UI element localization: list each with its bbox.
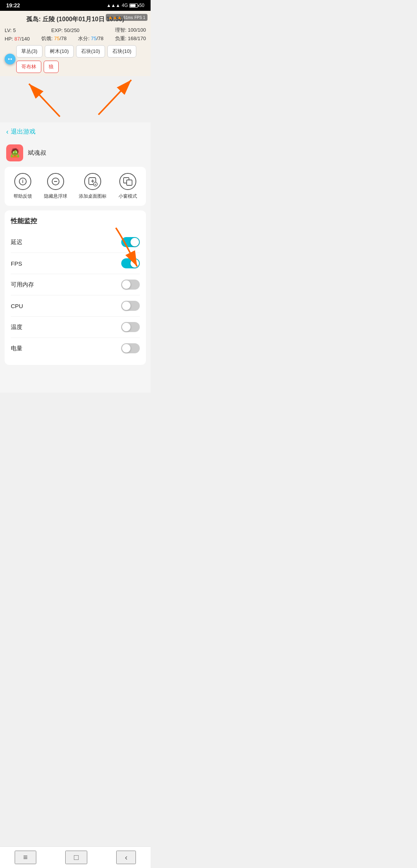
ping-fps-display: ▲▲▲ 61ms FPS 1: [106, 14, 147, 21]
window-mode-icon: [119, 173, 136, 190]
weight-display: 负重: 168/170: [115, 35, 146, 42]
battery-level: 50: [129, 3, 144, 8]
stats-row-1: LV: 5 EXP: 50/250 理智: 100/100: [5, 27, 146, 34]
status-icons: ▲▲▲ 4G 50: [107, 3, 144, 8]
perf-item-battery: 电量: [11, 338, 140, 359]
enemy-goblin[interactable]: 哥布林: [16, 61, 41, 73]
action-help[interactable]: i 帮助反馈: [14, 173, 32, 200]
add-home-icon: +: [84, 173, 101, 190]
memory-label: 可用内存: [11, 281, 34, 288]
floating-ball-dots: [8, 58, 12, 60]
game-items: 草丛(3) 树木(10) 石块(10) 石块(10): [16, 45, 146, 58]
hunger-display: 饥饿: 75/78: [41, 35, 67, 42]
action-window-label: 小窗模式: [119, 193, 137, 200]
svg-text:+: +: [95, 183, 97, 186]
fps-value: FPS 1: [134, 15, 145, 20]
signal-icon: ▲▲▲: [107, 3, 120, 8]
annotation-arrows: [0, 76, 151, 122]
quick-actions-list: i 帮助反馈 隐藏悬浮球: [8, 173, 143, 200]
battery-label: 电量: [11, 345, 22, 352]
water-current: 75: [91, 36, 97, 41]
action-hide-ball[interactable]: 隐藏悬浮球: [44, 173, 67, 200]
ping-value: 61ms: [124, 15, 133, 20]
help-icon: i: [14, 173, 31, 190]
latency-toggle[interactable]: [121, 237, 140, 247]
svg-rect-14: [127, 180, 132, 185]
perf-item-cpu: CPU: [11, 295, 140, 317]
status-bar: 19:22 ▲▲▲ 4G 50: [0, 0, 151, 11]
perf-title: 性能监控: [11, 217, 140, 225]
stats-row-2: HP: 87/140 饥饿: 75/78 水分: 75/78 负重: 168/1…: [5, 35, 146, 42]
app-icon: 🧟: [6, 144, 23, 161]
back-text: 退出游戏: [11, 128, 36, 136]
hide-ball-icon: [47, 173, 64, 190]
level-label: LV: 5: [5, 27, 16, 33]
floating-ball[interactable]: [5, 54, 15, 64]
action-add-home[interactable]: + 添加桌面图标: [79, 173, 107, 200]
item-stone-1[interactable]: 石块(10): [76, 45, 105, 58]
perf-item-memory: 可用内存: [11, 274, 140, 295]
arrows-svg: [0, 76, 151, 122]
status-time: 19:22: [6, 2, 20, 8]
latency-label: 延迟: [11, 239, 22, 246]
hp-current: 87: [14, 36, 20, 42]
enemy-wolf[interactable]: 狼: [44, 61, 59, 73]
action-hide-label: 隐藏悬浮球: [44, 193, 67, 200]
app-name: 斌魂叔: [28, 149, 46, 157]
temperature-toggle[interactable]: [121, 322, 140, 332]
hunger-max: 78: [61, 36, 66, 41]
perf-item-latency: 延迟: [11, 232, 140, 253]
fps-label: FPS: [11, 260, 22, 267]
cpu-label: CPU: [11, 303, 23, 309]
hp-max: 140: [21, 36, 30, 42]
exp-label: EXP: 50/250: [51, 27, 80, 33]
item-bush[interactable]: 草丛(3): [16, 45, 42, 58]
perf-item-temperature: 温度: [11, 317, 140, 338]
settings-panel: ‹ 退出游戏 🧟 斌魂叔 i 帮助反馈: [0, 122, 151, 393]
item-tree[interactable]: 树木(10): [45, 45, 74, 58]
battery-toggle[interactable]: [121, 343, 140, 353]
item-stone-2[interactable]: 石块(10): [107, 45, 136, 58]
battery-icon: [129, 3, 138, 8]
memory-toggle[interactable]: [121, 280, 140, 290]
svg-text:i: i: [22, 179, 24, 184]
water-display: 水分: 75/78: [78, 35, 103, 42]
action-help-label: 帮助反馈: [14, 193, 32, 200]
signal-bars: ▲▲▲: [108, 15, 122, 20]
hunger-current: 75: [54, 36, 59, 41]
sanity-label: 理智: 100/100: [115, 27, 146, 34]
perf-item-fps: FPS: [11, 253, 140, 274]
back-arrow-icon: ‹: [6, 128, 8, 136]
temperature-label: 温度: [11, 324, 22, 331]
fps-toggle[interactable]: [121, 258, 140, 268]
game-area: 孤岛: 丘陵 (1000年01月10日 10:56) ▲▲▲ 61ms FPS …: [0, 11, 151, 76]
quick-actions-card: i 帮助反馈 隐藏悬浮球: [5, 167, 146, 206]
back-navigation[interactable]: ‹ 退出游戏: [0, 122, 151, 141]
cpu-toggle[interactable]: [121, 301, 140, 311]
game-enemies: 哥布林 狼: [16, 61, 146, 73]
svg-line-3: [98, 80, 131, 115]
water-max: 78: [98, 36, 103, 41]
app-info: 🧟 斌魂叔: [0, 141, 151, 167]
svg-line-2: [29, 84, 60, 117]
action-add-home-label: 添加桌面图标: [79, 193, 107, 200]
app-emoji: 🧟: [10, 148, 20, 158]
hp-display: HP: 87/140: [5, 36, 30, 42]
action-window-mode[interactable]: 小窗模式: [119, 173, 137, 200]
network-type: 4G: [122, 3, 128, 8]
performance-card: 性能监控 延迟 FPS 可用内存 CPU 温度: [5, 210, 146, 365]
